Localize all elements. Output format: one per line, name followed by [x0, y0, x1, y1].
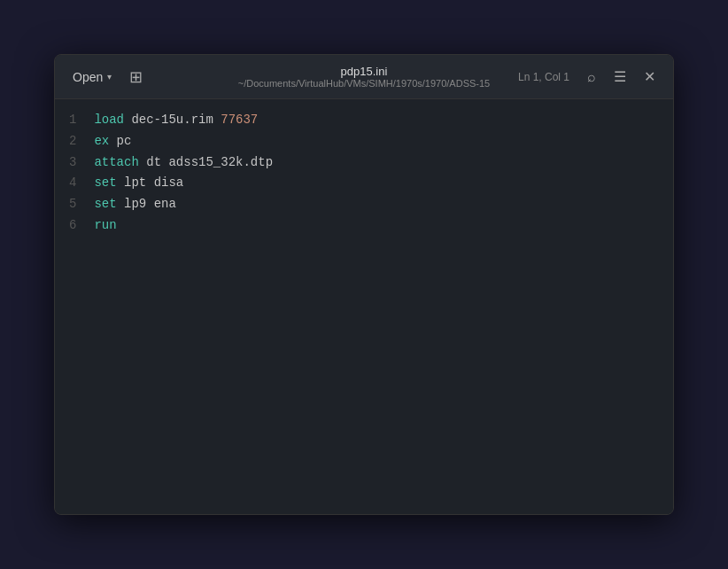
plus-icon: ⊞: [129, 68, 143, 86]
file-path: ~/Documents/VirtualHub/VMs/SIMH/1970s/19…: [238, 78, 490, 89]
open-label: Open: [73, 70, 103, 84]
keyword: run: [94, 218, 116, 232]
menu-button[interactable]: ☰: [607, 65, 633, 89]
keyword: set: [94, 175, 116, 190]
code-text: dec-15u.rim: [124, 113, 221, 127]
code-line-4: set lpt disa: [94, 173, 666, 194]
line-number: 1: [69, 110, 76, 131]
new-tab-button[interactable]: ⊞: [122, 64, 150, 90]
code-text: lp9 ena: [117, 197, 176, 211]
line-number: 5: [69, 194, 76, 215]
code-content[interactable]: load dec-15u.rim 77637 ex pc attach dt a…: [87, 110, 673, 503]
line-numbers: 1 2 3 4 5 6: [55, 110, 87, 503]
close-icon: ✕: [644, 69, 655, 84]
open-button[interactable]: Open ▾: [66, 66, 119, 88]
close-button[interactable]: ✕: [637, 65, 662, 89]
code-text: dt adss15_32k.dtp: [139, 155, 273, 169]
chevron-down-icon: ▾: [107, 72, 112, 82]
number-literal: 77637: [221, 113, 258, 127]
title-center: pdp15.ini ~/Documents/VirtualHub/VMs/SIM…: [238, 65, 490, 89]
hamburger-icon: ☰: [614, 69, 626, 84]
code-line-2: ex pc: [94, 131, 666, 152]
title-right-controls: Ln 1, Col 1 ⌕ ☰ ✕: [518, 65, 662, 89]
keyword: load: [94, 113, 124, 127]
code-line-6: run: [94, 215, 666, 237]
keyword: attach: [94, 155, 138, 169]
line-number: 2: [69, 131, 76, 152]
editor-area[interactable]: 1 2 3 4 5 6 load dec-15u.rim 77637 ex pc…: [55, 99, 673, 514]
cursor-status: Ln 1, Col 1: [518, 71, 569, 83]
line-number: 6: [69, 215, 76, 237]
line-number: 4: [69, 173, 76, 194]
search-icon: ⌕: [587, 69, 596, 84]
keyword: ex: [94, 134, 109, 148]
file-title: pdp15.ini: [238, 65, 490, 78]
keyword: set: [94, 197, 116, 211]
search-button[interactable]: ⌕: [580, 66, 603, 89]
line-number: 3: [69, 152, 76, 174]
code-text: pc: [109, 134, 131, 148]
titlebar: Open ▾ ⊞ pdp15.ini ~/Documents/VirtualHu…: [55, 55, 673, 99]
code-text: lpt disa: [117, 175, 184, 190]
code-line-5: set lp9 ena: [94, 194, 666, 215]
editor-window: Open ▾ ⊞ pdp15.ini ~/Documents/VirtualHu…: [54, 54, 674, 515]
code-line-3: attach dt adss15_32k.dtp: [94, 152, 666, 174]
code-line-1: load dec-15u.rim 77637: [94, 110, 666, 131]
